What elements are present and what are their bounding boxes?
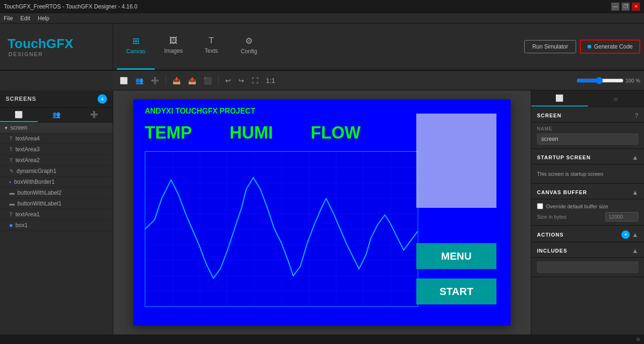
list-item[interactable]: T textArea1 <box>0 209 113 220</box>
name-field-label: NAME <box>537 126 638 131</box>
main-layout: TouchGFX DESIGNER ⊞ Canvas 🖼 Images T Te… <box>0 24 644 344</box>
screen-help-icon[interactable]: ? <box>635 112 638 119</box>
screen-canvas: ANDYXI TOUCHGFX PROJECT TEMP HUMI FLOW <box>133 99 511 326</box>
tab-images[interactable]: 🖼 Images <box>155 24 192 70</box>
graph-area <box>145 151 418 307</box>
includes-input[interactable] <box>537 262 638 273</box>
left-tab-add[interactable]: ➕ <box>75 108 113 122</box>
settings-icon[interactable]: ⚙ <box>636 337 640 342</box>
tab-canvas[interactable]: ⊞ Canvas <box>117 24 155 70</box>
start-canvas-button[interactable]: START <box>416 278 496 304</box>
screens-title: SCREENS <box>6 96 36 102</box>
canvas-area[interactable]: ANDYXI TOUCHGFX PROJECT TEMP HUMI FLOW <box>113 90 531 335</box>
list-item[interactable]: T textArea2 <box>0 155 113 166</box>
humi-label: HUMI <box>230 123 273 143</box>
list-item[interactable]: ▬ buttonWithLabel2 <box>0 188 113 198</box>
screen-section-title: SCREEN <box>537 113 561 118</box>
fullscreen-button[interactable]: ⛶ <box>249 75 261 86</box>
zoom-label: 100 % <box>626 78 640 83</box>
logo-text: TouchGFX <box>8 36 73 51</box>
add-screen-button[interactable]: + <box>98 94 107 104</box>
tab-config[interactable]: ⚙ Config <box>230 24 268 70</box>
config-tab-icon: ⚙ <box>245 36 253 46</box>
actions-collapse-icon[interactable]: ▲ <box>632 231 638 238</box>
generate-code-button[interactable]: Generate Code <box>580 40 640 54</box>
nav-tabs: ⊞ Canvas 🖼 Images T Texts ⚙ Config <box>117 24 268 70</box>
temp-label: TEMP <box>145 123 192 143</box>
menu-edit[interactable]: Edit <box>20 15 30 22</box>
zoom-controls: 100 % <box>577 77 640 84</box>
item-label: box1 <box>16 222 28 229</box>
item-label: textArea4 <box>16 135 40 142</box>
canvas-toolbar: ⬜ 👥 ➕ 📥 📤 ⬛ ↩ ↪ ⛶ 1:1 100 % <box>113 71 644 90</box>
left-tab-screen[interactable]: ⬜ <box>0 108 38 122</box>
config-tab-label: Config <box>241 48 257 55</box>
tree-screen-item[interactable]: ▼ screen <box>0 123 113 133</box>
run-simulator-button[interactable]: Run Simulator <box>524 40 576 53</box>
item-label: textArea3 <box>16 146 40 153</box>
actions-section-controls: + ▲ <box>621 230 638 239</box>
canvas-size-button[interactable]: ⬛ <box>201 75 215 86</box>
startup-collapse-icon[interactable]: ▲ <box>632 154 638 161</box>
redo-button[interactable]: ↪ <box>236 75 247 86</box>
zoom-fit-button[interactable]: 1:1 <box>263 75 278 86</box>
screen-chevron-icon: ▼ <box>4 125 8 131</box>
item-label: buttonWithLabel1 <box>17 200 61 207</box>
screen-section-actions: ? <box>635 112 638 119</box>
includes-collapse-icon[interactable]: ▲ <box>632 247 638 254</box>
gen-code-label: Generate Code <box>594 43 633 50</box>
left-tab-widgets[interactable]: 👥 <box>38 108 75 122</box>
texts-tab-label: Texts <box>205 48 218 54</box>
right-tab-properties[interactable]: ⬜ <box>531 90 588 106</box>
export-button[interactable]: 📤 <box>185 75 199 86</box>
bottom-bar: ⚙ <box>0 335 644 344</box>
item-label: dynamicGraph1 <box>17 168 57 174</box>
maximize-button[interactable]: ❐ <box>621 2 630 11</box>
screen-section-header: SCREEN ? <box>531 107 644 123</box>
override-checkbox[interactable] <box>537 203 543 209</box>
startup-section-title: STARTUP SCREEN <box>537 155 591 160</box>
zoom-slider[interactable] <box>577 77 624 84</box>
list-item[interactable]: T textArea3 <box>0 144 113 155</box>
list-item[interactable]: T textArea4 <box>0 133 113 144</box>
right-tab-interactions[interactable]: ⎄ <box>588 90 644 106</box>
left-panel-tabs: ⬜ 👥 ➕ <box>0 108 113 123</box>
canvas-buffer-collapse-icon[interactable]: ▲ <box>632 188 638 196</box>
content-area: SCREENS + ⬜ 👥 ➕ ▼ screen T textArea4 T <box>0 90 644 335</box>
add-action-button[interactable]: + <box>621 230 630 239</box>
widget-view-button[interactable]: 👥 <box>132 75 146 86</box>
window-controls: — ❐ ✕ <box>611 2 640 11</box>
list-item[interactable]: ▬ buttonWithLabel1 <box>0 198 113 209</box>
item-label: textArea2 <box>16 157 40 164</box>
override-label: Override default buffer size <box>546 204 608 209</box>
svg-rect-1 <box>145 152 418 306</box>
item-label: buttonWithLabel2 <box>17 189 61 196</box>
gen-code-dot <box>587 45 591 49</box>
text-icon: T <box>9 157 13 163</box>
close-button[interactable]: ✕ <box>632 2 640 11</box>
minimize-button[interactable]: — <box>611 2 619 11</box>
text-icon: T <box>9 147 13 152</box>
screen-view-button[interactable]: ⬜ <box>117 75 131 86</box>
size-input[interactable] <box>605 212 638 221</box>
right-panel: ⬜ ⎄ SCREEN ? NAME screen STARTUP SCREEN … <box>531 90 644 335</box>
separator-1 <box>165 75 166 86</box>
list-item[interactable]: ▪ boxWithBorder1 <box>0 177 113 188</box>
canvas-buffer-section-header: CANVAS BUFFER ▲ <box>531 184 644 199</box>
list-item[interactable]: ✎ dynamicGraph1 <box>0 166 113 177</box>
menu-canvas-button[interactable]: MENU <box>416 243 496 269</box>
import-button[interactable]: 📥 <box>170 75 183 86</box>
canvas-tab-icon: ⊞ <box>132 36 140 46</box>
menu-bar: File Edit Help <box>0 13 644 24</box>
menu-file[interactable]: File <box>4 15 13 22</box>
startup-section-content: This screen is startup screen <box>531 164 644 184</box>
add-widget-button[interactable]: ➕ <box>148 75 162 86</box>
text-icon: T <box>9 136 13 141</box>
list-item[interactable]: ■ box1 <box>0 220 113 231</box>
menu-help[interactable]: Help <box>38 15 50 22</box>
actions-section-title: ACTIONS <box>537 232 564 238</box>
left-panel: SCREENS + ⬜ 👥 ➕ ▼ screen T textArea4 T <box>0 90 113 335</box>
tab-texts[interactable]: T Texts <box>192 24 230 70</box>
undo-button[interactable]: ↩ <box>223 75 234 86</box>
name-field-value[interactable]: screen <box>537 133 638 145</box>
